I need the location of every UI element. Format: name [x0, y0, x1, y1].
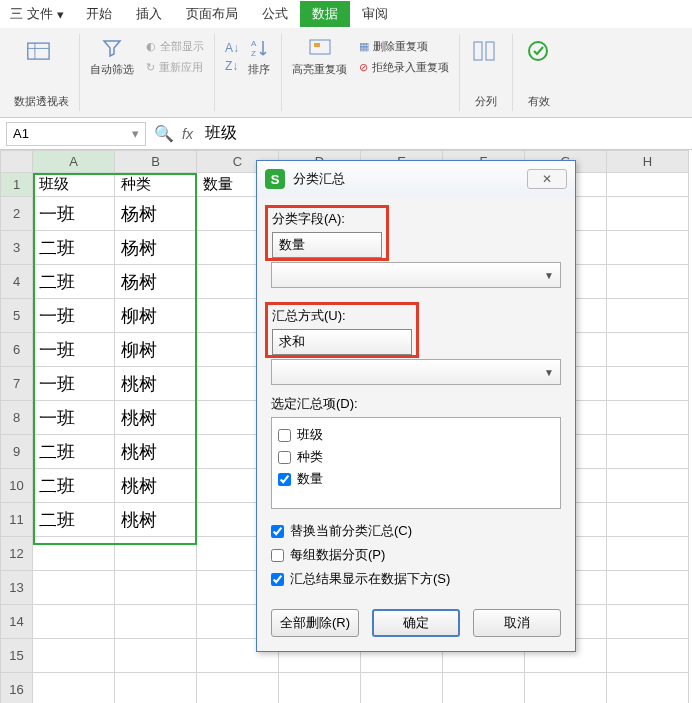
row-header[interactable]: 2: [1, 197, 33, 231]
checkbox[interactable]: [271, 549, 284, 562]
ribbon-tabs: 三 文件 ▾ 开始 插入 页面布局 公式 数据 审阅: [0, 0, 692, 28]
opt-replace[interactable]: 替换当前分类汇总(C): [271, 519, 561, 543]
method-combo[interactable]: 求和: [272, 329, 412, 355]
checkbox[interactable]: [278, 429, 291, 442]
row-header[interactable]: 5: [1, 299, 33, 333]
cell[interactable]: 二班: [33, 265, 115, 299]
tab-begin[interactable]: 开始: [74, 1, 124, 27]
cell[interactable]: 桃树: [115, 401, 197, 435]
row-header[interactable]: 11: [1, 503, 33, 537]
formula-bar: A1 ▾ 🔍 fx: [0, 118, 692, 150]
cell[interactable]: 班级: [33, 173, 115, 197]
tool-sort-group: A↓ Z↓ AZ 排序: [215, 34, 282, 111]
row-header[interactable]: 15: [1, 639, 33, 673]
row-header[interactable]: 3: [1, 231, 33, 265]
field-combo-full[interactable]: ▼: [271, 262, 561, 288]
ok-button[interactable]: 确定: [372, 609, 460, 637]
formula-input[interactable]: [201, 122, 686, 146]
item-checkbox-type[interactable]: 种类: [278, 446, 554, 468]
zoom-icon[interactable]: 🔍: [154, 124, 174, 143]
cell[interactable]: 杨树: [115, 265, 197, 299]
cell[interactable]: 柳树: [115, 333, 197, 367]
cell[interactable]: 桃树: [115, 469, 197, 503]
dialog-title: 分类汇总: [293, 170, 519, 188]
checkbox[interactable]: [271, 525, 284, 538]
close-button[interactable]: ✕: [527, 169, 567, 189]
delete-all-button[interactable]: 全部删除(R): [271, 609, 359, 637]
tool-autofilter[interactable]: 自动筛选: [90, 36, 134, 77]
cell[interactable]: 一班: [33, 333, 115, 367]
tool-validation[interactable]: 有效: [513, 34, 565, 111]
tool-pivot-label: 数据透视表: [14, 94, 69, 109]
dialog-titlebar[interactable]: S 分类汇总 ✕: [257, 161, 575, 197]
tab-formula[interactable]: 公式: [250, 1, 300, 27]
opt-pagebreak[interactable]: 每组数据分页(P): [271, 543, 561, 567]
select-all-corner[interactable]: [1, 151, 33, 173]
tool-pivot[interactable]: 数据透视表: [4, 34, 80, 111]
row-header[interactable]: 8: [1, 401, 33, 435]
cell[interactable]: 一班: [33, 197, 115, 231]
checkbox[interactable]: [278, 473, 291, 486]
text-to-col-label: 分列: [475, 94, 497, 109]
row-header[interactable]: 6: [1, 333, 33, 367]
cell[interactable]: 桃树: [115, 503, 197, 537]
tab-insert[interactable]: 插入: [124, 1, 174, 27]
items-listbox[interactable]: 班级 种类 数量: [271, 417, 561, 509]
sort-asc-icon[interactable]: A↓: [225, 41, 239, 55]
row-header[interactable]: 16: [1, 673, 33, 704]
tool-text-to-col[interactable]: 分列: [460, 34, 513, 111]
toolbar: 数据透视表 自动筛选 ◐ 全部显示 ↻ 重新应用: [0, 28, 692, 118]
opt-below[interactable]: 汇总结果显示在数据下方(S): [271, 567, 561, 591]
cell[interactable]: [607, 173, 689, 197]
row-header[interactable]: 4: [1, 265, 33, 299]
cell[interactable]: 一班: [33, 299, 115, 333]
col-header[interactable]: H: [607, 151, 689, 173]
sort-label: 排序: [248, 62, 270, 77]
item-checkbox-class[interactable]: 班级: [278, 424, 554, 446]
tool-remove-dup[interactable]: ▦ 删除重复项: [359, 39, 449, 54]
highlight-dup-label: 高亮重复项: [292, 62, 347, 77]
row-header[interactable]: 7: [1, 367, 33, 401]
row-header[interactable]: 1: [1, 173, 33, 197]
field-combo[interactable]: 数量: [272, 232, 382, 258]
remove-dup-label: 删除重复项: [373, 39, 428, 54]
svg-rect-8: [486, 42, 494, 60]
col-header[interactable]: A: [33, 151, 115, 173]
tool-reapply[interactable]: ↻ 重新应用: [146, 60, 204, 75]
tab-review[interactable]: 审阅: [350, 1, 400, 27]
row-header[interactable]: 14: [1, 605, 33, 639]
cell[interactable]: 二班: [33, 469, 115, 503]
tab-layout[interactable]: 页面布局: [174, 1, 250, 27]
sort-desc-icon[interactable]: Z↓: [225, 59, 239, 73]
method-combo-full[interactable]: ▼: [271, 359, 561, 385]
cell[interactable]: 桃树: [115, 367, 197, 401]
cell[interactable]: 杨树: [115, 197, 197, 231]
checkbox[interactable]: [271, 573, 284, 586]
cell[interactable]: 二班: [33, 435, 115, 469]
tool-showall[interactable]: ◐ 全部显示: [146, 39, 204, 54]
row-header[interactable]: 9: [1, 435, 33, 469]
col-header[interactable]: B: [115, 151, 197, 173]
cell[interactable]: 种类: [115, 173, 197, 197]
cell[interactable]: 二班: [33, 231, 115, 265]
checkbox[interactable]: [278, 451, 291, 464]
row-header[interactable]: 12: [1, 537, 33, 571]
file-menu[interactable]: 三 文件 ▾: [0, 1, 74, 27]
item-checkbox-qty[interactable]: 数量: [278, 468, 554, 490]
row-header[interactable]: 10: [1, 469, 33, 503]
cancel-button[interactable]: 取消: [473, 609, 561, 637]
cell[interactable]: 杨树: [115, 231, 197, 265]
tool-highlight-dup[interactable]: 高亮重复项: [292, 36, 347, 77]
fx-icon[interactable]: fx: [182, 126, 193, 142]
cell[interactable]: 一班: [33, 367, 115, 401]
cell[interactable]: 二班: [33, 503, 115, 537]
row-header[interactable]: 13: [1, 571, 33, 605]
tool-reject-dup[interactable]: ⊘ 拒绝录入重复项: [359, 60, 449, 75]
showall-icon: ◐: [146, 40, 156, 53]
cell[interactable]: 柳树: [115, 299, 197, 333]
name-box[interactable]: A1 ▾: [6, 122, 146, 146]
cell[interactable]: 一班: [33, 401, 115, 435]
cell[interactable]: 桃树: [115, 435, 197, 469]
tab-data[interactable]: 数据: [300, 1, 350, 27]
tool-sort[interactable]: AZ 排序: [247, 36, 271, 77]
